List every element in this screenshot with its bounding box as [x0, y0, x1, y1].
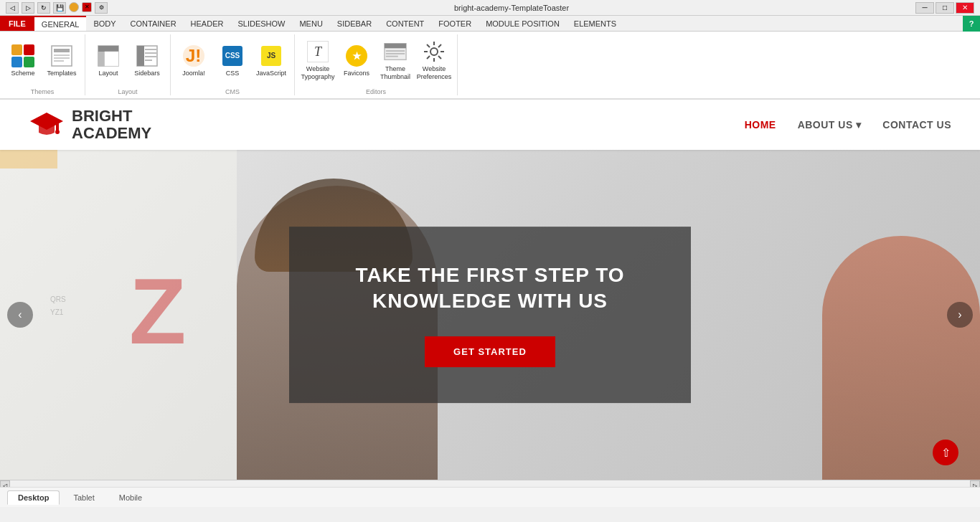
chevron-down-icon: ▾ — [856, 119, 862, 130]
file-menu[interactable]: FILE — [0, 16, 34, 31]
hero-whiteboard — [0, 150, 237, 480]
slideshow-prev-button[interactable]: ‹ — [7, 302, 33, 328]
thumbnail-icon — [384, 40, 407, 63]
menu-content[interactable]: CONTENT — [379, 16, 431, 31]
tablet-tab[interactable]: Tablet — [62, 490, 105, 505]
preferences-label: Website Preferences — [417, 65, 452, 81]
scroll-left-button[interactable]: ◁ — [0, 480, 10, 487]
layout-button[interactable]: Layout — [90, 36, 127, 86]
scrollbar-horizontal[interactable]: ◁ ▷ — [0, 480, 980, 487]
joomla-button[interactable]: J! Joomla! — [175, 36, 212, 86]
menu-slideshow[interactable]: SLIDESHOW — [230, 16, 292, 31]
typography-button[interactable]: T Website Typography — [299, 36, 336, 86]
window-controls[interactable]: ─ □ ✕ — [915, 2, 974, 14]
svg-rect-13 — [145, 56, 156, 57]
sidebars-button[interactable]: Sidebars — [128, 36, 166, 86]
css-button[interactable]: CSS CSS — [214, 36, 251, 86]
scheme-button[interactable]: Scheme — [4, 36, 42, 86]
svg-rect-11 — [145, 49, 156, 50]
editors-group-label: Editors — [366, 88, 386, 95]
close-button[interactable]: ✕ — [956, 2, 974, 14]
preview-area: BRIGHT ACADEMY HOME ABOUT US ▾ CONTACT U… — [0, 100, 980, 487]
cms-group-label: CMS — [225, 88, 240, 95]
cms-buttons: J! Joomla! CSS CSS JS JavaScript — [175, 34, 290, 87]
templates-button[interactable]: Templates — [43, 36, 80, 86]
title-bar-left: ◁ ▷ ↻ 💾 ✕ ⚙ — [6, 2, 108, 14]
nav-about[interactable]: ABOUT US ▾ — [798, 119, 862, 130]
menu-container[interactable]: CONTAINER — [123, 16, 184, 31]
css-icon: CSS — [221, 44, 244, 67]
menu-general[interactable]: GENERAL — [34, 16, 87, 31]
window-title: bright-academy-TemplateToaster — [454, 4, 569, 12]
get-started-button[interactable]: GET STARTED — [425, 336, 555, 367]
svg-text:J!: J! — [186, 46, 202, 65]
svg-rect-2 — [54, 54, 70, 56]
sidebars-icon — [136, 44, 159, 67]
svg-line-30 — [427, 56, 430, 59]
site-logo: BRIGHT ACADEMY — [29, 107, 151, 143]
help-button[interactable]: ? — [963, 16, 980, 32]
nav-contact[interactable]: CONTACT US — [882, 119, 951, 130]
hero-letter-z: Z — [129, 257, 186, 365]
tool-back[interactable]: ◁ — [6, 2, 19, 14]
tool-icon3[interactable]: ⚙ — [95, 2, 108, 14]
slideshow-next-button[interactable]: › — [947, 302, 973, 328]
logo-line1: BRIGHT — [72, 108, 151, 125]
tool-icon2[interactable]: ✕ — [82, 2, 92, 12]
javascript-button[interactable]: JS JavaScript — [253, 36, 290, 86]
svg-point-22 — [430, 48, 438, 55]
maximize-button[interactable]: □ — [936, 2, 954, 14]
minimize-button[interactable]: ─ — [915, 2, 934, 14]
mobile-tab[interactable]: Mobile — [108, 490, 153, 505]
person-right — [822, 236, 980, 480]
favicons-button[interactable]: ★ Favicons — [338, 36, 375, 86]
scroll-up-button[interactable]: ⇧ — [933, 440, 958, 465]
layout-icon — [97, 44, 120, 67]
sidebars-label: Sidebars — [134, 70, 160, 77]
menu-footer[interactable]: FOOTER — [431, 16, 479, 31]
site-nav: HOME ABOUT US ▾ CONTACT US — [745, 119, 951, 130]
svg-line-27 — [427, 44, 430, 47]
favicons-label: Favicons — [344, 70, 369, 77]
svg-rect-6 — [98, 46, 118, 52]
toolbar-group-cms: J! Joomla! CSS CSS JS JavaScript CMS — [171, 34, 295, 95]
tool-forward[interactable]: ▷ — [22, 2, 34, 14]
whiteboard-text: QRSYZ1 — [50, 293, 66, 319]
svg-rect-21 — [386, 56, 398, 57]
menu-elements[interactable]: ELEMENTS — [567, 16, 623, 31]
svg-rect-32 — [56, 121, 59, 131]
logo-svg — [29, 107, 65, 143]
themes-group-label: Themes — [31, 88, 55, 95]
tool-refresh[interactable]: ↻ — [37, 2, 50, 14]
menu-bar: FILE GENERAL BODY CONTAINER HEADER SLIDE… — [0, 16, 980, 32]
preferences-button[interactable]: Website Preferences — [415, 36, 453, 86]
tool-save[interactable]: 💾 — [53, 2, 66, 14]
js-icon: JS — [260, 44, 283, 67]
nav-home[interactable]: HOME — [745, 119, 776, 130]
menu-header[interactable]: HEADER — [184, 16, 231, 31]
javascript-label: JavaScript — [256, 70, 286, 77]
svg-rect-7 — [98, 52, 105, 66]
thumbnail-button[interactable]: Theme Thumbnail — [377, 36, 414, 86]
title-bar-tools[interactable]: ◁ ▷ ↻ 💾 ✕ ⚙ — [6, 2, 108, 14]
hero-section: Z QRSYZ1 TAKE THE FIRST STEP TO KNOWLEDG… — [0, 150, 980, 480]
typography-icon: T — [306, 40, 329, 63]
toolbar-group-layout: Layout Sidebars Layout — [85, 34, 171, 95]
title-bar: ◁ ▷ ↻ 💾 ✕ ⚙ bright-academy-TemplateToast… — [0, 0, 980, 16]
tool-icon1[interactable] — [69, 2, 79, 12]
svg-rect-14 — [145, 60, 152, 61]
svg-line-28 — [438, 56, 441, 59]
toolbar-group-themes: Scheme Templates Themes — [0, 34, 85, 95]
logo-line2: ACADEMY — [72, 125, 151, 142]
site-header: BRIGHT ACADEMY HOME ABOUT US ▾ CONTACT U… — [0, 100, 980, 150]
menu-sidebar[interactable]: SIDEBAR — [330, 16, 379, 31]
hero-title: TAKE THE FIRST STEP TO KNOWLEDGE WITH US — [318, 262, 662, 315]
menu-menu[interactable]: MENU — [292, 16, 329, 31]
menu-module-position[interactable]: MODULE POSITION — [479, 16, 567, 31]
svg-rect-18 — [385, 44, 406, 49]
scroll-right-button[interactable]: ▷ — [970, 480, 980, 487]
svg-rect-3 — [54, 57, 70, 59]
menu-body[interactable]: BODY — [86, 16, 123, 31]
desktop-tab[interactable]: Desktop — [7, 490, 60, 505]
svg-rect-20 — [386, 53, 405, 54]
